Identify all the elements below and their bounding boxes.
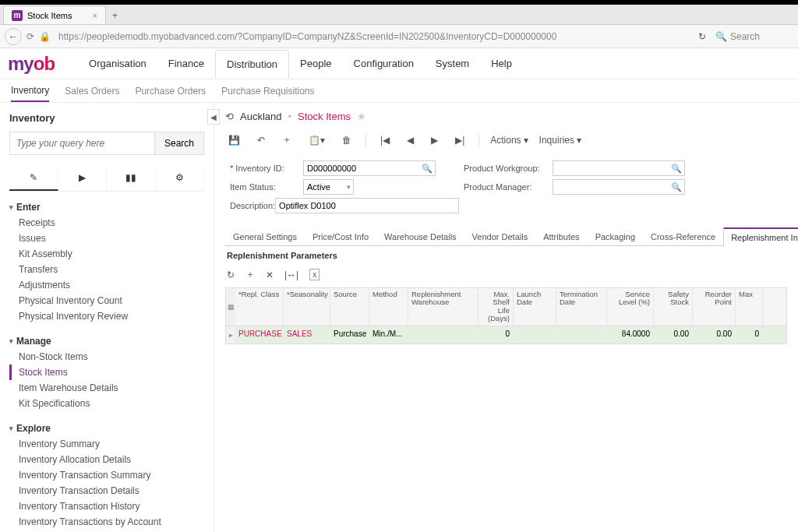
sidebar-search-button[interactable]: Search bbox=[155, 132, 204, 155]
nav-organisation[interactable]: Organisation bbox=[78, 50, 157, 78]
col-method[interactable]: Method bbox=[369, 288, 408, 326]
description-input[interactable] bbox=[275, 198, 459, 213]
section-enter[interactable]: Enter bbox=[9, 199, 204, 215]
col-source[interactable]: Source bbox=[330, 288, 369, 326]
refresh-icon[interactable]: ⟲ bbox=[225, 111, 234, 122]
grid-fit-icon[interactable]: |↔| bbox=[284, 270, 298, 280]
cell-warehouse[interactable] bbox=[408, 326, 478, 344]
sidebar-item-inv-summary[interactable]: Inventory Summary bbox=[9, 436, 204, 452]
col-safety[interactable]: Safety Stock bbox=[654, 288, 693, 326]
clipboard-icon[interactable]: 📋▾ bbox=[305, 133, 328, 147]
reload-button[interactable]: ↻ bbox=[694, 31, 711, 42]
table-row[interactable]: PURCHASE SALES Purchase Min./M... 0 84.0… bbox=[235, 326, 786, 344]
item-status-select[interactable]: ▾ bbox=[303, 179, 354, 195]
delete-icon[interactable]: 🗑 bbox=[339, 133, 355, 147]
workgroup-field[interactable]: 🔍 bbox=[553, 160, 685, 176]
subnav-purchase-requisitions[interactable]: Purchase Requisitions bbox=[221, 81, 314, 101]
col-service-level[interactable]: Service Level (%) bbox=[607, 288, 654, 326]
col-termination[interactable]: Termination Date bbox=[556, 288, 607, 326]
cell-safety[interactable]: 0.00 bbox=[654, 326, 693, 344]
tab-warehouse[interactable]: Warehouse Details bbox=[376, 227, 464, 245]
manager-input[interactable] bbox=[553, 179, 685, 195]
col-reorder[interactable]: Reorder Point bbox=[693, 288, 736, 326]
next-record-icon[interactable]: ▶ bbox=[428, 133, 441, 147]
section-manage[interactable]: Manage bbox=[9, 333, 204, 349]
browser-tab[interactable]: m Stock Items × bbox=[3, 5, 106, 24]
favorite-star-icon[interactable]: ★ bbox=[357, 111, 366, 122]
grid-add-icon[interactable]: ＋ bbox=[245, 268, 255, 281]
grid-refresh-icon[interactable]: ↻ bbox=[227, 270, 235, 280]
close-icon[interactable]: × bbox=[92, 11, 97, 20]
cell-launch[interactable] bbox=[514, 326, 556, 344]
row-selector[interactable]: ▸ bbox=[226, 326, 235, 344]
actions-dropdown[interactable]: Actions▾ bbox=[490, 135, 528, 146]
nav-system[interactable]: System bbox=[425, 50, 480, 78]
sidebar-item-adjustments[interactable]: Adjustments bbox=[9, 277, 204, 293]
subnav-sales-orders[interactable]: Sales Orders bbox=[65, 81, 119, 101]
nav-people[interactable]: People bbox=[289, 50, 342, 78]
reload-icon[interactable]: ⟳ bbox=[26, 31, 34, 42]
nav-configuration[interactable]: Configuration bbox=[343, 50, 425, 78]
sidebar-item-issues[interactable]: Issues bbox=[9, 231, 204, 246]
sidebar-item-inv-alloc[interactable]: Inventory Allocation Details bbox=[9, 452, 204, 467]
cell-shelf[interactable]: 0 bbox=[478, 326, 514, 344]
prev-record-icon[interactable]: ◀ bbox=[404, 133, 417, 147]
sidebar-item-transfers[interactable]: Transfers bbox=[9, 262, 204, 277]
tab-price-cost[interactable]: Price/Cost Info bbox=[305, 227, 376, 245]
tab-packaging[interactable]: Packaging bbox=[588, 227, 643, 245]
cell-seasonality[interactable]: SALES bbox=[284, 326, 330, 344]
nav-distribution[interactable]: Distribution bbox=[215, 50, 289, 78]
myob-logo[interactable]: myob bbox=[8, 53, 55, 75]
tab-vendor[interactable]: Vendor Details bbox=[464, 227, 536, 245]
subnav-inventory[interactable]: Inventory bbox=[11, 80, 49, 102]
col-warehouse[interactable]: Replenishment Warehouse bbox=[408, 288, 478, 326]
col-seasonality[interactable]: *Seasonality bbox=[284, 288, 330, 326]
add-icon[interactable]: ＋ bbox=[279, 132, 295, 148]
undo-icon[interactable]: ↶ bbox=[254, 133, 268, 147]
col-launch[interactable]: Launch Date bbox=[514, 288, 556, 326]
breadcrumb-company[interactable]: Auckland bbox=[240, 111, 281, 122]
col-repl-class[interactable]: *Repl. Class bbox=[235, 288, 284, 326]
new-tab-button[interactable]: + bbox=[106, 7, 124, 24]
nav-finance[interactable]: Finance bbox=[157, 50, 215, 78]
inventory-id-input[interactable] bbox=[303, 160, 436, 176]
manager-field[interactable]: 🔍 bbox=[553, 179, 685, 195]
grid-export-icon[interactable]: x bbox=[309, 269, 320, 280]
workgroup-input[interactable] bbox=[553, 160, 685, 176]
browser-search[interactable]: 🔍 Search bbox=[715, 31, 793, 42]
save-icon[interactable]: 💾 bbox=[225, 133, 243, 147]
last-record-icon[interactable]: ▶| bbox=[452, 133, 468, 147]
tab-cross-ref[interactable]: Cross-Reference bbox=[643, 227, 723, 245]
section-explore[interactable]: Explore bbox=[9, 421, 204, 436]
sidebar-item-inv-by-account[interactable]: Inventory Transactions by Account bbox=[9, 514, 204, 530]
first-record-icon[interactable]: |◀ bbox=[377, 133, 393, 147]
cell-reorder[interactable]: 0.00 bbox=[693, 326, 736, 344]
col-max[interactable]: Max bbox=[736, 288, 763, 326]
cell-termination[interactable] bbox=[556, 326, 607, 344]
sidebar-item-physical-count[interactable]: Physical Inventory Count bbox=[9, 293, 204, 308]
cell-method[interactable]: Min./M... bbox=[369, 326, 408, 344]
grid-corner[interactable]: ▦ bbox=[226, 288, 235, 326]
sidebar-item-inv-trans-history[interactable]: Inventory Transaction History bbox=[9, 499, 204, 514]
cell-source[interactable]: Purchase bbox=[330, 326, 369, 344]
sidebar-item-inv-trans-details[interactable]: Inventory Transaction Details bbox=[9, 483, 204, 499]
sidebar-item-receipts[interactable]: Receipts bbox=[9, 215, 204, 231]
cell-repl-class[interactable]: PURCHASE bbox=[235, 326, 284, 344]
sidebar-item-warehouse-details[interactable]: Item Warehouse Details bbox=[9, 380, 204, 396]
edit-mode-icon[interactable]: ✎ bbox=[9, 166, 58, 191]
gear-icon[interactable]: ⚙ bbox=[156, 166, 205, 191]
cell-service[interactable]: 84.0000 bbox=[607, 326, 654, 344]
tab-attributes[interactable]: Attributes bbox=[535, 227, 587, 245]
inquiries-dropdown[interactable]: Inquiries▾ bbox=[539, 135, 581, 146]
sidebar-item-physical-review[interactable]: Physical Inventory Review bbox=[9, 308, 204, 324]
back-button[interactable]: ← bbox=[5, 28, 22, 45]
sidebar-item-stock-items[interactable]: Stock Items bbox=[9, 365, 204, 380]
url-text[interactable]: https://peopledemodb.myobadvanced.com/?C… bbox=[55, 31, 689, 42]
sidebar-item-inv-trans-summary[interactable]: Inventory Transaction Summary bbox=[9, 467, 204, 483]
sidebar-search-input[interactable] bbox=[9, 132, 155, 155]
tab-replenishment[interactable]: Replenishment Info bbox=[723, 227, 798, 246]
nav-help[interactable]: Help bbox=[480, 50, 523, 78]
grid-delete-icon[interactable]: ✕ bbox=[266, 270, 274, 280]
sidebar-item-non-stock[interactable]: Non-Stock Items bbox=[9, 349, 204, 365]
sidebar-item-kit-assembly[interactable]: Kit Assembly bbox=[9, 246, 204, 262]
